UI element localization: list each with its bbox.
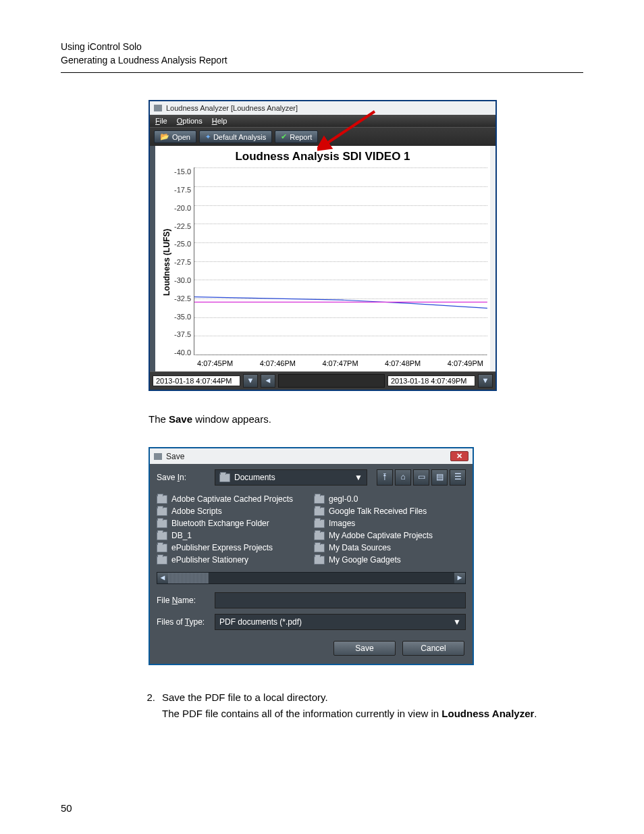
save-appears-text: The Save window appears. [149,411,583,427]
folder-item[interactable]: My Google Gadgets [314,554,466,565]
header-rule [61,72,583,73]
new-folder-button[interactable]: ▭ [413,469,429,486]
chart-panel: Loudness Analysis SDI VIDEO 1 Loudness (… [150,146,495,371]
folder-label: gegl-0.0 [329,494,358,504]
step-2-line-1: Save the PDF file to a local directory. [162,689,583,705]
folder-label: Adobe Captivate Cached Projects [171,494,293,504]
save-window-title: Save [166,452,184,461]
folder-icon [314,495,325,504]
folder-listing: Adobe Captivate Cached ProjectsAdobe Scr… [150,491,473,568]
save-dialog: Save ✕ Save In: Documents ▼ ⭱ ⌂ ▭ ▤ [149,447,474,665]
end-time-dropdown[interactable]: ▼ [478,374,493,388]
folder-icon [157,531,167,540]
folder-item[interactable]: My Data Sources [314,542,466,553]
folder-item[interactable]: Adobe Captivate Cached Projects [157,494,308,504]
save-in-value: Documents [234,473,275,482]
x-tick: 4:07:45PM [197,359,233,367]
folder-label: ePublisher Express Projects [171,543,273,552]
save-titlebar: Save ✕ [150,448,473,464]
close-button[interactable]: ✕ [450,451,468,461]
file-type-label: Files of Type: [157,617,209,627]
folder-icon [157,495,167,504]
time-slider-track[interactable] [278,374,385,388]
time-range-bar: 2013-01-18 4:07:44PM ▼ ◄ 2013-01-18 4:07… [150,371,495,390]
folder-item[interactable]: Bluetooth Exchange Folder [157,518,308,529]
default-analysis-button[interactable]: ✦ Default Analysis [199,130,272,143]
chart-y-ticks: -15.0-17.5-20.0-22.5-25.0-27.5-30.0-32.5… [173,167,194,357]
folder-item[interactable]: Adobe Scripts [157,506,308,517]
loudness-analyzer-window: Loudness Analyzer [Loudness Analyzer] Fi… [149,100,497,391]
cancel-button[interactable]: Cancel [402,641,464,656]
horizontal-scrollbar[interactable]: ◄ ► [157,572,466,584]
y-tick: -15.0 [174,167,191,176]
folder-icon [314,556,325,565]
step-back-button[interactable]: ◄ [261,374,275,388]
scroll-right-button[interactable]: ► [454,573,465,583]
folder-label: My Data Sources [329,543,391,552]
folder-icon [314,531,325,540]
details-view-button[interactable]: ☰ [450,469,466,486]
menu-help[interactable]: Help [212,117,227,125]
list-view-button[interactable]: ▤ [431,469,448,486]
y-tick: -32.5 [174,294,191,303]
folder-icon [157,519,167,528]
file-name-label: File Name: [157,596,209,605]
app-icon [154,105,162,111]
menu-file[interactable]: File [155,117,167,125]
file-type-select[interactable]: PDF documents (*.pdf) ▼ [215,614,466,630]
chart-y-axis-label: Loudness (LUFS) [161,167,173,357]
y-tick: -20.0 [174,204,191,212]
svg-line-0 [324,111,375,145]
open-button[interactable]: 📂 Open [154,130,196,143]
folder-item[interactable]: gegl-0.0 [314,494,466,504]
y-tick: -40.0 [174,348,191,357]
folder-item[interactable]: My Adobe Captivate Projects [314,530,466,541]
y-tick: -37.5 [174,330,191,338]
folder-label: Bluetooth Exchange Folder [171,519,269,528]
chevron-down-icon: ▼ [453,617,461,627]
folder-icon [157,544,167,552]
x-tick: 4:07:48PM [385,359,421,367]
x-tick: 4:07:47PM [322,359,358,367]
folder-item[interactable]: ePublisher Stationery [157,554,308,565]
open-icon: 📂 [160,132,169,141]
chart-x-ticks: 4:07:45PM4:07:46PM4:07:47PM4:07:48PM4:07… [155,357,490,371]
page-number: 50 [61,802,583,814]
chevron-down-icon: ▼ [354,473,363,482]
folder-icon [314,519,325,528]
start-time-dropdown[interactable]: ▼ [243,374,258,388]
folder-icon [314,544,325,552]
file-name-input[interactable] [215,592,466,608]
report-button[interactable]: ✔ Report [275,130,318,143]
save-in-label: Save In: [157,473,209,482]
y-tick: -17.5 [174,186,191,194]
folder-item[interactable]: ePublisher Express Projects [157,542,308,553]
folder-label: ePublisher Stationery [171,555,248,565]
scroll-thumb[interactable] [168,573,209,583]
home-button[interactable]: ⌂ [395,469,411,486]
folder-item[interactable]: DB_1 [157,530,308,541]
save-in-select[interactable]: Documents ▼ [215,469,367,486]
window-title: Loudness Analyzer [Loudness Analyzer] [166,104,298,112]
step-2-line-2: The PDF file contains all of the informa… [162,706,583,721]
menu-options[interactable]: Options [177,117,203,125]
start-time-input[interactable]: 2013-01-18 4:07:44PM [153,375,240,386]
scroll-left-button[interactable]: ◄ [157,573,168,583]
up-folder-button[interactable]: ⭱ [377,469,393,486]
folder-item[interactable]: Images [314,518,466,529]
save-app-icon [154,453,162,460]
folder-item[interactable]: Google Talk Received Files [314,506,466,517]
default-analysis-label: Default Analysis [213,133,266,141]
folder-icon [219,473,230,482]
save-button[interactable]: Save [333,641,396,656]
end-time-input[interactable]: 2013-01-18 4:07:49PM [387,375,475,386]
y-tick: -22.5 [174,222,191,230]
y-tick: -25.0 [174,240,191,248]
step-2-number: 2. [143,689,155,721]
open-label: Open [172,133,190,141]
report-label: Report [290,133,312,141]
y-tick: -35.0 [174,313,191,321]
x-tick: 4:07:49PM [448,359,483,367]
y-tick: -30.0 [174,276,191,284]
analysis-icon: ✦ [205,133,211,140]
